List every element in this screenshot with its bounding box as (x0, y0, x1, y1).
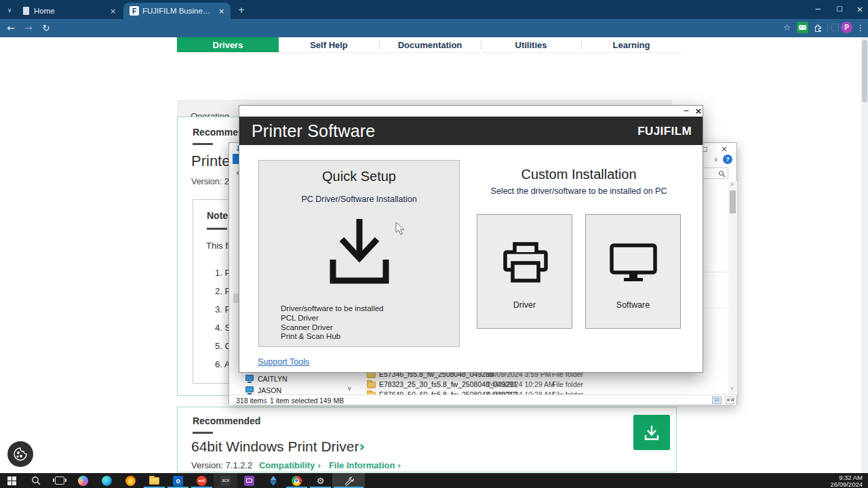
sidebar-item-jason[interactable]: JASON (258, 386, 281, 394)
quick-setup-card[interactable]: Quick Setup PC Driver/Software Installat… (258, 160, 460, 347)
task-view-button[interactable] (47, 473, 71, 488)
new-tab-button[interactable]: + (236, 4, 247, 15)
browser-menu-icon[interactable]: ⋮ (856, 22, 865, 33)
settings-taskbar-icon[interactable]: ⚙ (309, 473, 332, 488)
browser-tab-bar: ∨ Home × F FUJIFILM Business Innovation … (0, 0, 868, 19)
act-taskbar-icon[interactable]: act! (190, 473, 214, 488)
quick-setup-title: Quick Setup (259, 169, 459, 184)
heading-underline (207, 228, 227, 230)
remote-desktop-icon[interactable] (237, 473, 261, 488)
nav-tab-learning[interactable]: Learning (581, 37, 682, 52)
computer-icon (245, 375, 254, 381)
nav-divider (581, 40, 582, 49)
explorer-scrollbar[interactable]: ∧ ∨ (728, 181, 737, 395)
nav-bottom-border (279, 52, 682, 53)
firefox-icon[interactable] (119, 473, 142, 488)
tab-home[interactable]: Home × (18, 3, 121, 19)
back-button[interactable]: ← (4, 21, 18, 35)
heading-underline (193, 432, 213, 434)
help-icon[interactable]: ? (723, 155, 732, 164)
status-divider (264, 396, 265, 404)
scroll-up-icon[interactable]: ∧ (730, 182, 734, 187)
tab-title: FUJIFILM Business Innovation D (142, 7, 213, 15)
window-minimize-button[interactable]: − (811, 3, 825, 15)
taskbar-clock[interactable]: 9:32 AM 26/09/2024 (830, 474, 863, 487)
sidebar-item-caitlyn[interactable]: CAITLYN (258, 375, 288, 383)
window-close-button[interactable]: × (853, 3, 867, 15)
file-row[interactable]: E78323_25_30_fs5.8_fw_2508048_049291 24/… (365, 380, 728, 389)
3cx-label: 3CX (220, 476, 231, 486)
details-view-button[interactable] (712, 396, 722, 404)
heading-underline (193, 143, 213, 145)
sidebar-scroll-chevron-icon[interactable]: ∨ (347, 386, 352, 392)
file-information-link[interactable]: File Information › (329, 460, 401, 470)
sync-arrows-icon[interactable] (261, 473, 285, 488)
fujifilm-logo: FUJIFILM (637, 125, 692, 138)
password-extension-icon[interactable] (797, 22, 808, 33)
quick-setup-subtitle: PC Driver/Software Installation (259, 195, 459, 204)
computer-icon (245, 386, 254, 392)
file-explorer-taskbar-icon[interactable] (142, 473, 166, 488)
ribbon-expand-chevron-icon[interactable]: ∨ (712, 156, 720, 164)
nav-tab-documentation[interactable]: Documentation (379, 37, 481, 52)
taskbar: o act! 3CX ⚙ (0, 473, 868, 488)
screen: ∨ Home × F FUJIFILM Business Innovation … (0, 0, 868, 488)
dialog-minimize-icon[interactable]: − (682, 106, 691, 115)
tab-fujifilm-active[interactable]: F FUJIFILM Business Innovation D × (123, 3, 231, 19)
forward-button[interactable]: → (22, 21, 35, 35)
bookmark-star-icon[interactable]: ☆ (781, 22, 793, 33)
folder-icon (367, 382, 376, 388)
search-icon (31, 476, 41, 485)
nav-tab-drivers[interactable]: Drivers (177, 37, 279, 52)
extensions-puzzle-icon[interactable] (814, 23, 823, 33)
wrench-icon (344, 476, 354, 486)
profile-avatar[interactable]: P (841, 22, 852, 33)
printer-software-dialog: − × Printer Software FUJIFILM Quick Setu… (239, 105, 703, 373)
file-type: File folder (552, 380, 583, 388)
disabled-extension-icon[interactable] (831, 24, 839, 31)
custom-installation-title: Custom Installation (477, 167, 681, 182)
cookie-consent-button[interactable] (7, 441, 33, 467)
window-maximize-button[interactable]: □ (833, 3, 846, 15)
large-icons-view-button[interactable] (725, 396, 734, 404)
cookie-icon (13, 447, 28, 462)
start-button[interactable] (0, 473, 24, 488)
printer-setup-taskbar-icon[interactable] (332, 473, 365, 488)
custom-software-card[interactable]: Software (585, 214, 681, 329)
explorer-close-icon[interactable]: × (719, 144, 729, 154)
printer-icon (502, 241, 549, 284)
act-label: act! (197, 476, 207, 486)
version-text: Version: 7.1.2.2 (191, 460, 252, 470)
page-scrollbar-thumb[interactable] (862, 40, 867, 102)
nav-divider (481, 40, 481, 49)
scrollbar-thumb[interactable] (730, 190, 736, 214)
outlook-taskbar-icon[interactable]: o (166, 473, 190, 488)
3cx-taskbar-icon[interactable]: 3CX (214, 473, 237, 488)
support-tools-link[interactable]: Support Tools (258, 357, 309, 367)
dialog-close-icon[interactable]: × (694, 106, 703, 116)
taskbar-search-button[interactable] (24, 473, 47, 488)
status-selected: 1 item selected (270, 396, 318, 405)
page-scrollbar[interactable] (861, 37, 868, 473)
download-icon (642, 423, 661, 442)
gear-icon: ⚙ (317, 476, 325, 485)
tab-close-icon[interactable]: × (108, 7, 117, 16)
tab-search-chevron-icon[interactable]: ∨ (4, 5, 15, 16)
notes-intro-partial: This fil (206, 241, 232, 251)
tab-close-icon[interactable]: × (217, 7, 226, 16)
reload-button[interactable]: ↻ (39, 21, 53, 35)
list-separator (704, 308, 729, 308)
driver-64bit-link[interactable]: 64bit Windows Print Driver› (191, 439, 365, 455)
driver-option-label: Driver (477, 300, 572, 310)
download-driver-button[interactable] (633, 415, 670, 450)
compatibility-link[interactable]: Compatibility › (259, 460, 321, 470)
edge-icon[interactable] (95, 473, 119, 488)
scroll-down-icon[interactable]: ∨ (730, 386, 734, 391)
copilot-icon[interactable] (71, 473, 95, 488)
nav-tab-self-help[interactable]: Self Help (279, 37, 379, 52)
nav-tab-utilities[interactable]: Utilities (481, 37, 581, 52)
clock-date: 26/09/2024 (830, 481, 863, 488)
chrome-taskbar-icon[interactable] (285, 473, 309, 488)
custom-driver-card[interactable]: Driver (477, 214, 572, 329)
tab-title: Home (34, 7, 102, 15)
